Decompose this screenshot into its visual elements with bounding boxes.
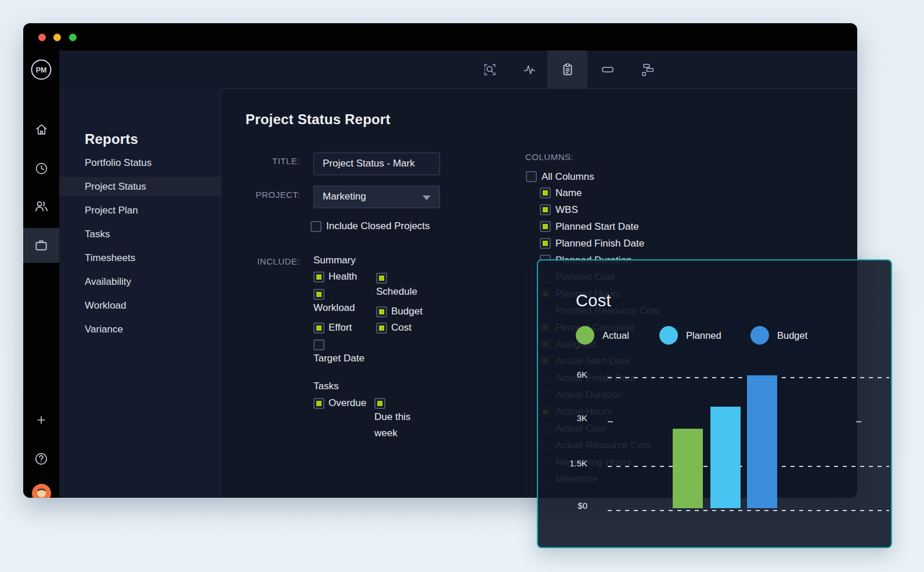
- summary-heading: Summary: [313, 255, 356, 266]
- sidebar-item-portfolio-status[interactable]: Portfolio Status: [59, 151, 220, 175]
- summary-option-effort[interactable]: Effort: [313, 320, 374, 336]
- report-title-input[interactable]: Project Status - Mark: [313, 153, 440, 175]
- columns-section-label: COLUMNS:: [525, 152, 607, 162]
- summary-option-health[interactable]: Health: [313, 269, 374, 285]
- summary-option-cost[interactable]: Cost: [376, 320, 434, 336]
- checkbox[interactable]: [313, 339, 324, 350]
- fullscreen-window-button[interactable]: [69, 34, 77, 41]
- budget-bar: [747, 375, 777, 508]
- team-icon[interactable]: [23, 189, 59, 223]
- sidebar-item-variance[interactable]: Variance: [59, 317, 220, 341]
- summary-option-workload[interactable]: Workload: [313, 286, 366, 316]
- pm-logo: PM: [23, 50, 59, 88]
- include-section-label: INCLUDE:: [230, 256, 300, 266]
- ytick-6k: 6K: [553, 369, 587, 381]
- option-label: Workload: [313, 300, 355, 316]
- user-avatar[interactable]: [23, 476, 59, 498]
- checkbox[interactable]: [313, 271, 324, 283]
- card-icon[interactable]: [587, 50, 627, 88]
- summary-option-budget[interactable]: Budget: [376, 303, 434, 320]
- tasks-option-due-this-week[interactable]: Due this week: [374, 395, 435, 441]
- time-icon[interactable]: [23, 151, 59, 186]
- all-columns-option[interactable]: All Columns: [526, 168, 594, 185]
- checkbox[interactable]: [313, 398, 324, 409]
- checkbox[interactable]: [540, 238, 551, 249]
- left-nav-rail: PM: [23, 50, 59, 498]
- gridline-0: [608, 510, 889, 511]
- sidebar-item-workload[interactable]: Workload: [59, 294, 220, 317]
- sidebar-title: Reports: [85, 131, 138, 147]
- sidebar-item-timesheets[interactable]: Timesheets: [59, 246, 220, 270]
- checkbox[interactable]: [540, 187, 551, 198]
- actual-legend-dot: [576, 326, 594, 345]
- checkbox[interactable]: [376, 273, 387, 284]
- option-label: Target Date: [313, 350, 364, 367]
- sidebar-item-tasks[interactable]: Tasks: [59, 222, 220, 246]
- legend-item-budget: Budget: [750, 326, 807, 345]
- sidebar-item-project-status[interactable]: Project Status: [59, 175, 220, 198]
- checkbox[interactable]: [540, 221, 551, 232]
- ytick-3k: 3K: [553, 412, 587, 424]
- planned-bar: [710, 407, 741, 508]
- workflow-icon[interactable]: [627, 50, 667, 88]
- legend-item-planned: Planned: [659, 326, 721, 345]
- activity-icon[interactable]: [509, 50, 549, 88]
- checkbox[interactable]: [376, 323, 387, 334]
- summary-option-target-date[interactable]: Target Date: [313, 336, 369, 367]
- ytick-1-5k: 1.5K: [553, 458, 587, 469]
- minimize-window-button[interactable]: [53, 34, 61, 41]
- column-option-wbs[interactable]: WBS: [540, 201, 578, 218]
- checkbox[interactable]: [540, 204, 551, 215]
- checkbox[interactable]: [374, 398, 385, 409]
- chevron-down-icon: [423, 196, 431, 200]
- checkbox[interactable]: [376, 306, 387, 317]
- column-label: Planned Start Date: [555, 221, 639, 233]
- gridline-3k-dash: [856, 421, 861, 422]
- option-label: Due this week: [374, 409, 435, 441]
- title-field-label: TITLE:: [236, 156, 300, 166]
- gridline-3k-dash: [608, 421, 613, 422]
- column-option-planned-start-date[interactable]: Planned Start Date: [540, 218, 639, 235]
- checkbox[interactable]: [526, 171, 537, 182]
- option-label: Effort: [329, 320, 352, 336]
- chart-title: Cost: [576, 291, 611, 310]
- top-toolbar: [59, 50, 857, 89]
- legend-label: Planned: [686, 330, 721, 341]
- sidebar-item-availability[interactable]: Availability: [59, 270, 220, 294]
- column-option-planned-finish-date[interactable]: Planned Finish Date: [540, 235, 644, 252]
- checkbox[interactable]: [311, 221, 322, 232]
- sidebar-item-project-plan[interactable]: Project Plan: [59, 198, 220, 222]
- report-clipboard-icon[interactable]: [547, 50, 587, 88]
- project-dropdown[interactable]: Marketing: [313, 186, 440, 208]
- column-label: Name: [555, 187, 582, 199]
- include-closed-projects-option[interactable]: Include Closed Projects: [311, 220, 430, 232]
- cost-chart-panel: Cost Actual Planned Budget 6K 3K 1.5K $0: [537, 259, 892, 548]
- zoom-search-icon[interactable]: [470, 50, 510, 88]
- option-label: Cost: [391, 320, 412, 336]
- checkbox[interactable]: [313, 323, 324, 334]
- page-title: Project Status Report: [246, 111, 391, 128]
- checkbox[interactable]: [313, 289, 324, 300]
- close-window-button[interactable]: [38, 34, 46, 41]
- option-label: Health: [329, 269, 357, 285]
- help-icon[interactable]: [23, 441, 59, 476]
- option-label: Schedule: [376, 284, 417, 300]
- actual-bar: [673, 429, 703, 508]
- option-label: Overdue: [329, 395, 366, 411]
- column-option-name[interactable]: Name: [540, 184, 582, 201]
- ytick-0: $0: [553, 500, 587, 512]
- project-field-label: PROJECT:: [236, 190, 300, 200]
- summary-option-schedule[interactable]: Schedule: [376, 270, 427, 300]
- reports-sidebar: Reports Portfolio Status Project Status …: [59, 88, 221, 498]
- include-closed-projects-label: Include Closed Projects: [326, 220, 430, 232]
- column-label: Planned Finish Date: [555, 238, 644, 249]
- all-columns-label: All Columns: [542, 171, 594, 183]
- window-titlebar: [23, 23, 857, 50]
- budget-legend-dot: [750, 326, 769, 345]
- pm-logo-text: PM: [36, 66, 47, 74]
- add-icon[interactable]: [23, 403, 59, 437]
- page-background: PM: [0, 0, 924, 572]
- tasks-option-overdue[interactable]: Overdue: [313, 395, 378, 411]
- portfolio-icon[interactable]: [23, 228, 59, 263]
- home-icon[interactable]: [23, 112, 59, 147]
